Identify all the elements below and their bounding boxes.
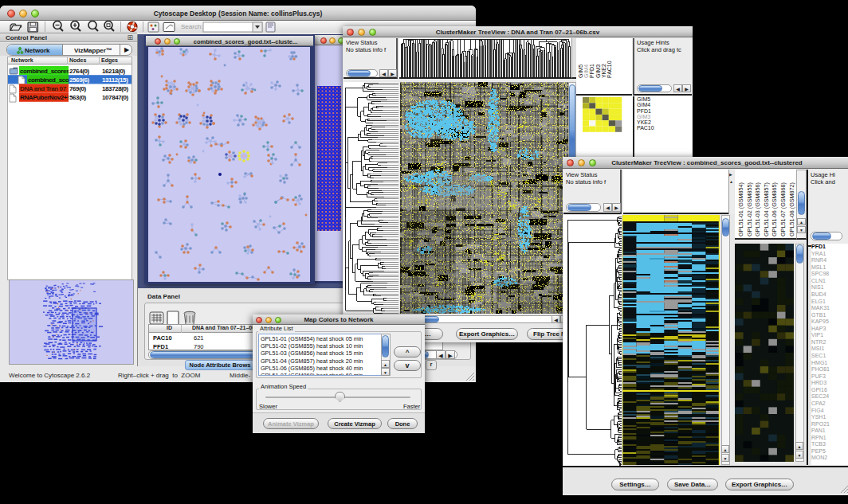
svg-text:GPL51-08 (GSM872): GPL51-08 (GSM872) <box>788 182 795 236</box>
svg-text:GPL51-01 (GSM854): GPL51-01 (GSM854) <box>737 182 744 236</box>
svg-text:PAC10: PAC10 <box>607 61 612 78</box>
svg-text:GPL51-07 (GSM868): GPL51-07 (GSM868) <box>779 182 787 236</box>
svg-text:GPL51-02 (GSM855): GPL51-02 (GSM855) <box>746 182 753 236</box>
svg-text:GIM3: GIM3 <box>595 64 601 78</box>
svg-text:GIM5: GIM5 <box>578 64 583 78</box>
svg-text:YKE2: YKE2 <box>601 64 607 78</box>
svg-text:GIM4: GIM4 <box>583 64 589 78</box>
svg-text:GPL51-06 (GSM865): GPL51-06 (GSM865) <box>771 182 778 236</box>
svg-text:PFD1: PFD1 <box>589 64 595 78</box>
svg-text:GPL51-03 (GSM856): GPL51-03 (GSM856) <box>754 182 761 236</box>
svg-text:GPL51-04 (GSM857): GPL51-04 (GSM857) <box>763 182 770 236</box>
